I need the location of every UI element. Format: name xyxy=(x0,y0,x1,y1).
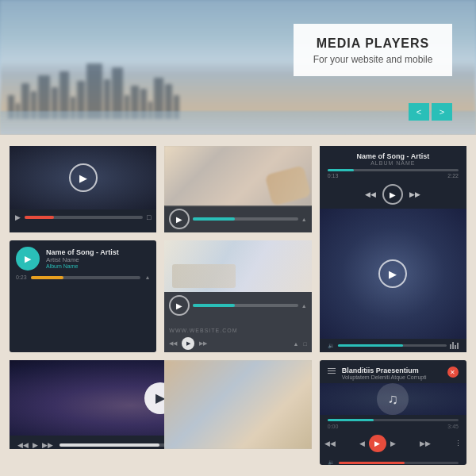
player1-expand-icon[interactable]: □ xyxy=(147,213,151,221)
menu-line-2 xyxy=(328,370,336,371)
player1-video-small: ▶ ▶ □ xyxy=(10,146,156,232)
hero-next-button[interactable]: > xyxy=(432,103,452,121)
player8-more-icon[interactable]: ⋮ xyxy=(455,440,462,447)
player4-play-button[interactable]: ▶ xyxy=(16,247,40,271)
player7-phone-player xyxy=(164,360,311,449)
player2-play-button[interactable]: ▶ xyxy=(169,209,190,229)
player6-next-frame[interactable]: ▶▶ xyxy=(42,441,53,449)
player5-icon1: ▲ xyxy=(301,303,307,309)
player8-song-subtitle: Voluptatem Deleniti Atque Corrupti xyxy=(342,374,447,380)
player6-prev-frame[interactable]: ◀◀ xyxy=(17,441,29,449)
player4-album-name: Album Name xyxy=(46,263,150,269)
player8-volume-bar[interactable] xyxy=(339,462,459,464)
player3-footer-progress[interactable] xyxy=(338,344,447,347)
player8-time-start: 0:00 xyxy=(328,424,339,429)
player3-bars-icon xyxy=(450,342,459,349)
player8-prev-icon[interactable]: ◀◀ xyxy=(324,440,336,447)
player4-top: ▶ Name of Song - Artist Artist Name Albu… xyxy=(10,240,156,274)
player8-controls: ◀◀ ◀ ▶ ▶ ▶▶ ⋮ xyxy=(320,432,466,457)
player3-tall: Name of Song - Artist ALBUM NAME 0:13 2:… xyxy=(320,146,466,352)
player4-progress-bar[interactable] xyxy=(31,276,141,279)
player4-audio: ▶ Name of Song - Artist Artist Name Albu… xyxy=(10,240,156,352)
menu-line-1 xyxy=(328,368,336,369)
player3-transport-controls: ◀◀ ▶ ▶▶ xyxy=(320,180,466,209)
player3-footer: 🔉 xyxy=(320,339,466,352)
player8-album-art: ♫ xyxy=(320,383,466,415)
player3-time-start: 0:13 xyxy=(328,173,339,178)
player6-progress-fill xyxy=(60,443,159,447)
player1-volume-icon: ▶ xyxy=(15,213,21,221)
players-grid: ▶ ▶ □ ▶ ▲ Name of Song - Artist ALBUM xyxy=(0,135,476,476)
player1-progress-fill xyxy=(25,216,54,219)
player6-transport: ◀◀ ▶ ▶▶ xyxy=(17,441,53,449)
player8-forward-icon[interactable]: ▶ xyxy=(390,440,396,447)
player5-extra-controls: ▲ xyxy=(301,303,307,309)
player3-video-area: ▶ xyxy=(320,209,466,339)
player3-time-end: 2:22 xyxy=(447,173,459,178)
player3-vol-icon: 🔉 xyxy=(328,343,335,349)
player8-play-button[interactable]: ▶ xyxy=(369,435,386,452)
hero-textbox: MEDIA PLAYERS For your website and mobil… xyxy=(294,24,452,76)
player5-controls: ▶ ▲ xyxy=(164,292,311,319)
player5-progress-fill xyxy=(193,304,235,307)
player2-photo-player: ▶ ▲ xyxy=(164,146,311,232)
player5-expand-icon[interactable]: □ xyxy=(303,341,306,347)
player5-ctrl2[interactable]: ▶▶ xyxy=(199,340,207,347)
player5-progress-bar[interactable] xyxy=(193,304,298,307)
hero-section: MEDIA PLAYERS For your website and mobil… xyxy=(0,0,476,135)
player8-next-icon[interactable]: ▶▶ xyxy=(420,440,431,447)
player5-share-icon[interactable]: ▲ xyxy=(293,341,298,347)
player8-header: Blanditiis Praesentium Voluptatem Deleni… xyxy=(320,360,466,383)
player1-play-button[interactable]: ▶ xyxy=(69,163,98,192)
hero-title: MEDIA PLAYERS xyxy=(309,36,436,51)
player3-video-play-button[interactable]: ▶ xyxy=(378,259,407,288)
player3-footer-fill xyxy=(338,344,403,347)
player8-volume-fill xyxy=(339,462,405,464)
player8-progress-section: 0:00 3:45 xyxy=(320,415,466,432)
player4-time: 0:23 xyxy=(16,274,27,280)
player4-volume-icon: ▲ xyxy=(144,274,150,280)
player3-header: Name of Song - Artist ALBUM NAME xyxy=(320,146,466,169)
menu-line-3 xyxy=(328,373,336,374)
player8-song-title: Blanditiis Praesentium xyxy=(342,367,447,374)
player5-play-button[interactable]: ▶ xyxy=(169,295,190,316)
player1-video-area: ▶ xyxy=(10,146,156,209)
player2-controls: ▶ ▲ xyxy=(164,205,311,232)
player2-photo-area xyxy=(164,146,311,205)
player8-close-button[interactable]: ✕ xyxy=(447,367,459,378)
hero-navigation: < > xyxy=(409,103,452,121)
player8-menu-icon[interactable] xyxy=(328,368,336,374)
player5-website-text: WWW.WEBSITE.COM ◀◀ ▶ ▶▶ ▲ □ xyxy=(164,319,311,352)
player8-rewind-icon[interactable]: ◀ xyxy=(359,440,365,447)
player5-play-solid[interactable]: ▶ xyxy=(182,337,194,350)
player8-music-note: ♫ xyxy=(377,383,409,415)
player1-controls: ▶ □ xyxy=(10,209,156,225)
player4-info: Name of Song - Artist Artist Name Album … xyxy=(46,248,150,269)
hero-prev-button[interactable]: < xyxy=(409,103,429,121)
player6-play-icon[interactable]: ▶ xyxy=(33,441,38,449)
player3-album-name: ALBUM NAME xyxy=(328,160,459,166)
player8-main-controls: ◀ ▶ ▶ xyxy=(359,435,396,452)
player8-time: 0:00 3:45 xyxy=(328,424,459,429)
player8-time-end: 3:45 xyxy=(447,424,459,429)
hero-subtitle: For your website and mobile xyxy=(309,54,436,65)
player2-volume-icon: ▲ xyxy=(301,217,307,222)
water-reflection xyxy=(0,111,476,135)
player3-song-name: Name of Song - Artist xyxy=(328,152,459,160)
player5-photo-area xyxy=(164,240,311,292)
player8-tall-music: Blanditiis Praesentium Voluptatem Deleni… xyxy=(320,360,466,465)
player8-progress-bar[interactable] xyxy=(328,419,459,421)
player3-time: 0:13 2:22 xyxy=(320,171,466,180)
player4-progress-fill xyxy=(31,276,64,279)
player4-bottom: 0:23 ▲ xyxy=(10,274,156,285)
player5-ctrl1[interactable]: ◀◀ xyxy=(169,340,177,347)
player3-play-button[interactable]: ▶ xyxy=(382,184,403,205)
player8-progress-fill xyxy=(328,419,374,421)
player2-progress-bar[interactable] xyxy=(193,217,298,221)
player5-laptop-player: ▶ ▲ WWW.WEBSITE.COM ◀◀ ▶ ▶▶ ▲ □ xyxy=(164,240,311,352)
player2-progress-fill xyxy=(193,217,235,221)
player5-url: WWW.WEBSITE.COM xyxy=(169,328,237,333)
player3-prev-icon[interactable]: ◀◀ xyxy=(365,190,376,198)
player1-progress-bar[interactable] xyxy=(25,216,143,219)
player3-next-icon[interactable]: ▶▶ xyxy=(409,190,420,198)
